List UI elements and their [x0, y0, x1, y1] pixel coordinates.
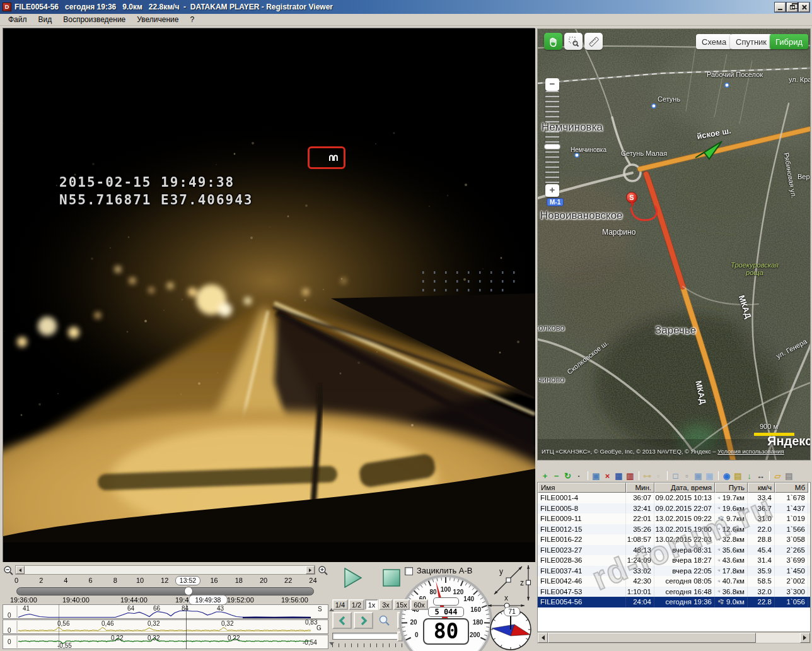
cell-Путь: 9.7км [715, 513, 748, 524]
play-icon [344, 568, 362, 588]
remove-file-icon[interactable]: − [551, 471, 562, 481]
more-icon[interactable]: · [574, 471, 584, 481]
column-header-3[interactable]: Путь [715, 483, 748, 493]
table-row[interactable]: FILE0054-5624:04сегодня 19:369.0км22.81`… [538, 597, 810, 607]
table-row[interactable]: FILE0037-4133:02вчера 22:0517.8км35.91`4… [538, 566, 810, 577]
add-files-icon[interactable]: + [540, 471, 550, 481]
gsensor-vertical-graph[interactable] [3, 635, 328, 649]
swap-icon[interactable]: ↔ [755, 471, 766, 481]
gsensor-graph[interactable] [3, 619, 328, 634]
timeline-zoom-in-button[interactable] [318, 565, 328, 578]
ruler-tool-button[interactable] [584, 33, 603, 50]
timeline-scroll-right[interactable] [306, 566, 315, 574]
map-type-satellite-button[interactable]: Спутник [730, 34, 772, 49]
route-start-marker[interactable]: S [626, 192, 637, 203]
table-row[interactable]: FILE0012-1535:2613.02.2015 19:0012.6км22… [538, 524, 810, 535]
table-row[interactable]: FILE0028-361:24:09вчера 18:2743.6км31.43… [538, 555, 810, 566]
dashcam-video[interactable]: 2015-02-15 19:49:38 N55.716871 E37.40694… [3, 28, 535, 562]
column-header-1[interactable]: Мин. [626, 483, 654, 493]
scroll-left-button[interactable] [538, 633, 548, 643]
delete-icon[interactable]: × [602, 471, 613, 481]
graph-zoom-out-button[interactable] [378, 614, 391, 629]
arrow-left-icon [539, 635, 545, 640]
table-row[interactable]: FILE0009-1122:0113.02.2015 09:229.7км31.… [538, 513, 810, 524]
zoom-select-tool-button[interactable] [564, 33, 583, 50]
cell-Имя: FILE0001-4 [538, 493, 626, 503]
folder-icon[interactable]: ▱ [772, 471, 783, 481]
table-row[interactable]: FILE0001-436:0709.02.2015 10:1319.7км33.… [538, 493, 810, 503]
attribution-terms-link[interactable]: Условия использования [717, 448, 784, 455]
column-header-4[interactable]: км/ч [748, 483, 775, 493]
timeline-slider-thumb[interactable] [184, 587, 193, 595]
prev-file-button[interactable] [332, 612, 352, 629]
minimize-button[interactable] [775, 3, 786, 12]
report-icon[interactable]: ▤ [784, 471, 794, 481]
save-icon[interactable]: ▦ [613, 471, 624, 481]
map-zoom-out-button[interactable]: − [545, 78, 559, 91]
menu-item-Воспроизведение[interactable]: Воспроизведение [57, 14, 131, 25]
table-row[interactable]: FILE0005-832:4109.02.2015 22:0719.6км36.… [538, 503, 810, 514]
lock-icon[interactable]: ▫ [653, 471, 664, 481]
timeline-zoom-out-button[interactable] [3, 565, 14, 578]
export-icon[interactable]: ▤ [733, 471, 743, 481]
speed-graph[interactable] [3, 604, 328, 619]
yandex-logo: Яндекс [767, 434, 811, 449]
ruler-tick-16: 16 [210, 577, 218, 584]
map-type-hybrid-button[interactable]: Гибрид [770, 34, 808, 49]
speed-60x-button[interactable]: 60x [410, 599, 428, 610]
gps-track-icon [717, 546, 721, 553]
stack-icon[interactable]: ▣ [693, 471, 704, 481]
speed-15x-button[interactable]: 15x [393, 599, 410, 610]
cell-Путь: 36.8км [715, 587, 748, 597]
google-earth-icon[interactable]: ◉ [721, 471, 732, 481]
next-file-button[interactable] [354, 612, 373, 629]
scroll-right-button[interactable] [800, 633, 810, 643]
column-header-0[interactable]: Имя [538, 483, 626, 493]
map-zoom-thumb[interactable] [544, 144, 560, 150]
close-button[interactable] [799, 3, 809, 12]
gps-track-icon [717, 578, 721, 585]
table-row[interactable]: FILE0047-531:10:01сегодня 16:4836.8км32.… [538, 587, 810, 597]
menu-item-Увеличение[interactable]: Увеличение [131, 14, 184, 25]
speed-3x-button[interactable]: 3x [379, 599, 393, 610]
volume-slider-track[interactable] [332, 633, 407, 640]
stop-button[interactable] [383, 569, 400, 589]
speed-1-4-button[interactable]: 1/4 [332, 599, 348, 610]
refresh-list-icon[interactable]: ↻ [562, 471, 573, 481]
map-type-scheme-button[interactable]: Схема [696, 34, 732, 49]
file-table-hscrollbar[interactable] [537, 632, 811, 643]
archive-icon[interactable]: ▥ [625, 471, 635, 481]
menu-item-?[interactable]: ? [184, 14, 200, 25]
map-zoom-in-button[interactable]: + [545, 184, 559, 197]
map-zoom-track[interactable] [545, 91, 559, 184]
timeline-slider[interactable] [16, 587, 314, 595]
table-row[interactable]: FILE0042-4642:30сегодня 08:0540.7км58.52… [538, 576, 810, 587]
scroll-thumb[interactable] [548, 633, 756, 643]
cell-Путь: 12.6км [715, 524, 748, 535]
add-clip-icon[interactable]: □ [670, 471, 681, 481]
menu-item-Файл[interactable]: Файл [3, 14, 33, 25]
table-row[interactable]: FILE0023-2748:13вчера 08:3135.6км45.42`2… [538, 545, 810, 556]
copy-icon[interactable]: ▣ [591, 471, 601, 481]
download-icon[interactable]: ↓ [744, 471, 755, 481]
gps-track-icon [717, 525, 721, 532]
speed-1-2-button[interactable]: 1/2 [349, 599, 364, 610]
key-icon[interactable]: ⊶ [642, 471, 652, 481]
play-button[interactable] [344, 568, 362, 590]
timeline-scroll-left[interactable] [16, 566, 25, 574]
table-row[interactable]: FILE0016-221:08:5713.02.2015 22:0332.8км… [538, 534, 810, 545]
map-panel[interactable]: Схема Спутник Гибрид − + М-1 S Немчиновк… [537, 28, 811, 460]
hand-icon [548, 36, 559, 47]
column-header-2[interactable]: Дата, время [654, 483, 715, 493]
timeline-scrollbar[interactable] [15, 565, 315, 575]
axis-widget[interactable]: yzx [485, 561, 536, 608]
pan-tool-button[interactable] [544, 33, 562, 50]
restore-button[interactable] [787, 3, 798, 12]
speed-1x-button[interactable]: 1x [365, 599, 378, 610]
frame-icon[interactable]: ▫ [682, 471, 692, 481]
column-header-5[interactable]: Мб [775, 483, 808, 493]
stack-arrow-icon[interactable]: ▣ [704, 471, 715, 481]
speed-peak-label: 64 [127, 605, 134, 612]
menu-item-Вид[interactable]: Вид [33, 14, 58, 25]
map-canvas[interactable] [538, 29, 811, 460]
